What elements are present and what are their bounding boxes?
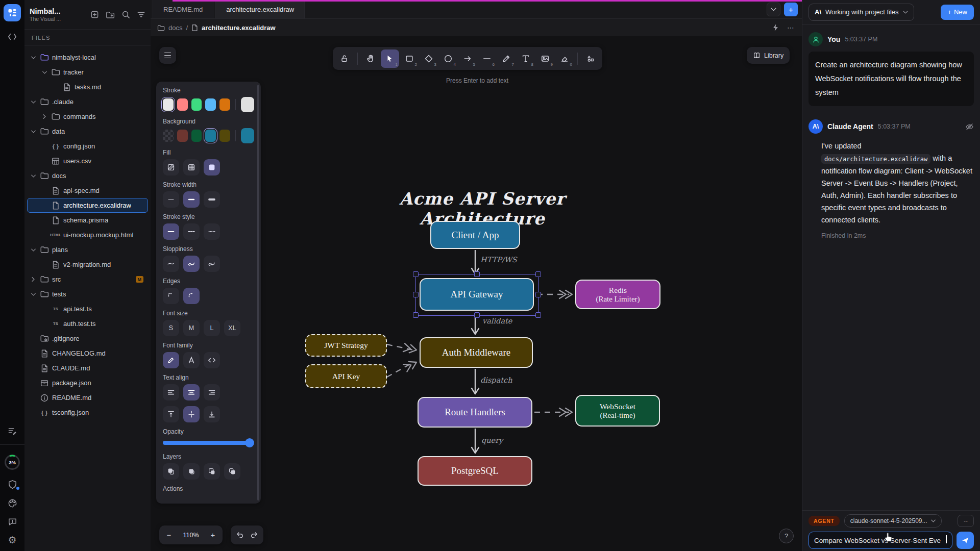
table-icon — [51, 157, 60, 166]
session-selector[interactable]: A\ Working with project files — [808, 4, 914, 21]
tab-architecture-excalidraw[interactable]: architecture.excalidraw — [215, 0, 305, 18]
tree-item-ui-mockup-mockup-html[interactable]: HTMLui-mockup.mockup.html — [27, 228, 148, 242]
new-tab-button[interactable]: + — [784, 3, 798, 16]
tree-item-users-csv[interactable]: users.csv — [27, 154, 148, 168]
security-shield-icon[interactable] — [8, 480, 17, 490]
tree-item-label: commands — [63, 113, 96, 120]
folder-icon — [51, 112, 60, 121]
tree-item-label: plans — [52, 246, 68, 254]
tree-item-api-test-ts[interactable]: TSapi.test.ts — [27, 302, 148, 316]
composer: AGENT claude-sonnet-4-5-202509... -- — [802, 510, 980, 551]
chevron-down-icon[interactable] — [30, 130, 37, 133]
tree-item-src[interactable]: srcM — [27, 272, 148, 287]
tree-item-nimbalyst-local[interactable]: nimbalyst-local — [27, 50, 148, 65]
send-button[interactable] — [957, 532, 974, 549]
chevron-down-icon[interactable] — [41, 71, 48, 74]
search-icon[interactable] — [121, 10, 130, 19]
run-actions-icon[interactable] — [772, 23, 779, 32]
filter-icon[interactable] — [137, 10, 145, 19]
notes-icon[interactable] — [8, 427, 17, 436]
modified-badge: M — [136, 276, 144, 283]
folder-icon — [40, 97, 49, 107]
workspace-subtitle: The Visual ... — [30, 16, 61, 22]
usage-percent: 3% — [4, 454, 21, 471]
tab-bar: README.mdarchitecture.excalidraw + — [151, 0, 802, 19]
braces-icon: { } — [51, 143, 60, 149]
chevron-down-icon[interactable] — [30, 293, 37, 296]
folder-icon — [157, 24, 165, 31]
theme-palette-icon[interactable] — [8, 498, 17, 508]
message-status: Finished in 2ms — [821, 232, 974, 239]
tree-item-tests[interactable]: tests — [27, 287, 148, 302]
feedback-chat-icon[interactable] — [8, 517, 17, 527]
tree-item-label: config.json — [63, 142, 95, 150]
chevron-right-icon[interactable] — [30, 277, 37, 282]
tree-item-docs[interactable]: docs — [27, 168, 148, 183]
file-text-icon — [62, 83, 71, 92]
tree-item-v2-migration-md[interactable]: v2-migration.md — [27, 257, 148, 272]
chevron-right-icon[interactable] — [41, 114, 48, 119]
tree-item-tasks-md[interactable]: tasks.md — [27, 80, 148, 94]
tree-item-plans[interactable]: plans — [27, 242, 148, 257]
tree-item-label: .gitignore — [52, 335, 79, 342]
tree-item-tsconfig-json[interactable]: { }tsconfig.json — [27, 405, 148, 420]
chevron-down-icon — [931, 519, 936, 522]
hide-message-icon[interactable] — [965, 123, 974, 131]
mouse-cursor-icon — [884, 532, 894, 543]
breadcrumb: docs / architecture.excalidraw ⋯ — [151, 19, 802, 37]
user-message-card: Create an architecture diagram showing h… — [808, 52, 974, 106]
tree-item-label: ui-mockup.mockup.html — [63, 231, 133, 239]
message-time: 5:03:37 PM — [845, 36, 877, 43]
workspace-title: Nimbal... — [30, 7, 61, 16]
new-file-icon[interactable] — [90, 10, 99, 19]
file-sidebar: Nimbal... The Visual ... FILES nimbalyst… — [24, 0, 151, 551]
folder-gear-icon — [40, 334, 49, 343]
chevron-down-icon[interactable] — [30, 248, 37, 252]
tab-readme-md[interactable]: README.md — [153, 0, 213, 18]
chat-input[interactable] — [808, 532, 952, 549]
html-icon: HTML — [51, 233, 60, 237]
diagram-title[interactable]: Acme API Server Architecture — [350, 189, 615, 229]
file-text-icon — [40, 349, 49, 358]
tree-item-label: api.test.ts — [63, 305, 92, 313]
tree-item-config-json[interactable]: { }config.json — [27, 139, 148, 154]
more-options-icon[interactable]: ⋯ — [787, 23, 795, 32]
tree-item-changelog-md[interactable]: CHANGELOG.md — [27, 346, 148, 361]
tree-item-data[interactable]: data — [27, 124, 148, 139]
edge-label-validate: validate — [482, 317, 512, 325]
chevron-down-icon[interactable] — [30, 174, 37, 178]
tree-item--gitignore[interactable]: .gitignore — [27, 331, 148, 346]
folder-icon — [40, 290, 49, 299]
chevron-down-icon[interactable] — [30, 56, 37, 59]
code-panel-icon[interactable] — [8, 33, 17, 41]
tree-item-label: v2-migration.md — [63, 261, 111, 268]
composer-more-button[interactable]: -- — [958, 515, 974, 527]
settings-gear-icon[interactable]: ⚙ — [8, 535, 16, 545]
agent-badge: AGENT — [808, 516, 840, 526]
tree-item-commands[interactable]: commands — [27, 109, 148, 124]
file-icon — [191, 24, 198, 32]
chevron-down-icon[interactable] — [30, 101, 37, 104]
tree-item-tracker[interactable]: tracker — [27, 65, 148, 80]
new-folder-icon[interactable] — [106, 11, 115, 19]
tree-item-auth-test-ts[interactable]: TSauth.test.ts — [27, 316, 148, 331]
tree-item-readme-md[interactable]: README.md — [27, 390, 148, 405]
breadcrumb-folder[interactable]: docs — [168, 24, 182, 32]
tree-item-api-spec-md[interactable]: api-spec.md — [27, 183, 148, 198]
file-icon — [51, 201, 60, 210]
tree-item-package-json[interactable]: package.json — [27, 375, 148, 390]
tab-list-dropdown-button[interactable] — [767, 3, 780, 16]
app-logo-icon[interactable] — [4, 4, 21, 21]
tree-item-label: schema.prisma — [63, 216, 108, 224]
tree-item-claude-md[interactable]: CLAUDE.md — [27, 361, 148, 375]
folder-icon — [40, 127, 49, 136]
tree-item-architecture-excalidraw[interactable]: architecture.excalidraw — [27, 198, 148, 213]
tree-item-schema-prisma[interactable]: schema.prisma — [27, 213, 148, 228]
usage-meter[interactable]: 3% — [4, 454, 21, 471]
tree-item--claude[interactable]: .claude — [27, 94, 148, 109]
model-selector[interactable]: claude-sonnet-4-5-202509... — [844, 514, 942, 528]
new-chat-button[interactable]: +New — [941, 5, 974, 20]
excalidraw-canvas[interactable]: 1234567890 Press Enter to add text Libra… — [151, 36, 802, 551]
folder-icon — [40, 53, 49, 62]
info-icon — [40, 393, 49, 403]
